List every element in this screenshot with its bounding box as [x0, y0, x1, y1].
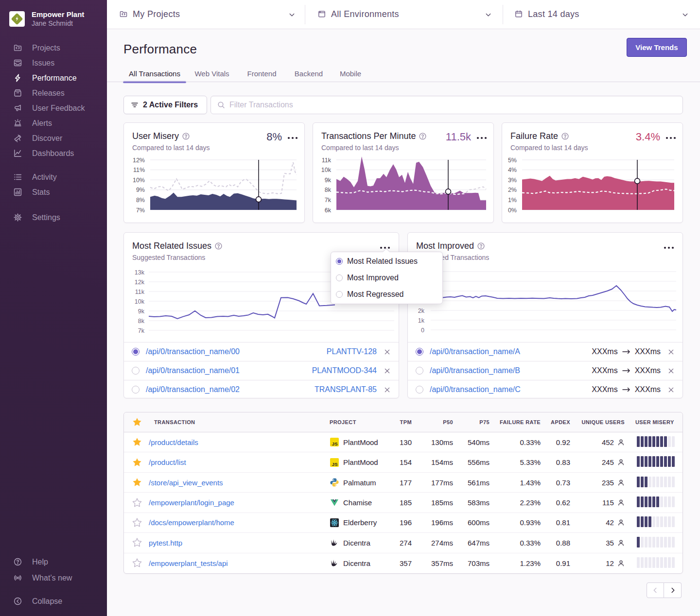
svg-text:13k: 13k [135, 269, 145, 276]
svg-text:8%: 8% [136, 197, 145, 204]
svg-text:9k: 9k [325, 177, 332, 184]
svg-text:10k: 10k [135, 298, 145, 305]
svg-text:8k: 8k [325, 187, 332, 193]
svg-text:11%: 11% [133, 167, 145, 173]
svg-text:JS: JS [332, 461, 338, 466]
svg-text:0: 0 [421, 327, 424, 334]
svg-text:11k: 11k [135, 289, 145, 295]
svg-text:1k: 1k [418, 317, 425, 324]
svg-text:10k: 10k [321, 167, 332, 173]
svg-text:7k: 7k [138, 327, 145, 334]
svg-text:4%: 4% [508, 167, 517, 173]
svg-text:0%: 0% [508, 207, 517, 214]
svg-text:5%: 5% [508, 157, 517, 164]
svg-text:2%: 2% [508, 187, 517, 193]
svg-text:11k: 11k [322, 157, 332, 164]
svg-text:3%: 3% [508, 177, 517, 184]
svg-text:12k: 12k [135, 279, 145, 286]
svg-text:9k: 9k [138, 308, 145, 315]
svg-text:7%: 7% [136, 207, 145, 214]
svg-text:2k: 2k [418, 308, 425, 314]
svg-text:12%: 12% [133, 157, 145, 164]
svg-text:JS: JS [332, 441, 338, 446]
svg-text:9%: 9% [136, 187, 145, 193]
svg-text:10%: 10% [133, 177, 145, 184]
svg-text:1%: 1% [508, 197, 517, 204]
svg-text:6k: 6k [325, 207, 332, 214]
svg-text:7k: 7k [325, 197, 332, 204]
svg-text:8k: 8k [138, 318, 145, 325]
